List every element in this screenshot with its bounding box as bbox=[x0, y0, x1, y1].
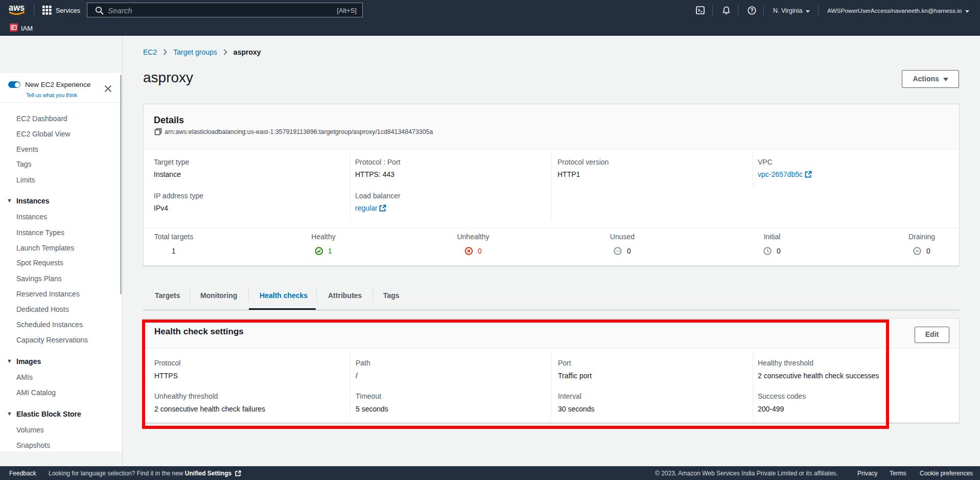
svg-text:?: ? bbox=[751, 8, 754, 13]
svg-text:aws: aws bbox=[9, 4, 25, 13]
